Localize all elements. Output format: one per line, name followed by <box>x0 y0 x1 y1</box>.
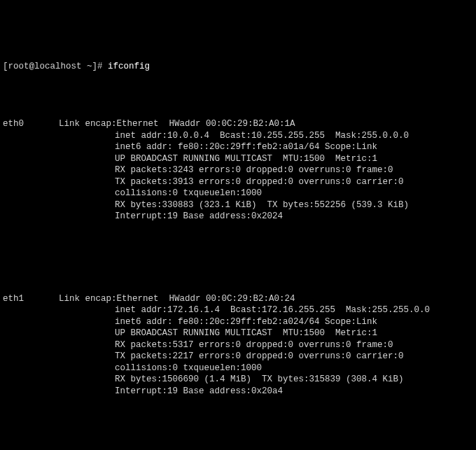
eth1-tx: TX packets:2217 errors:0 dropped:0 overr… <box>59 351 404 361</box>
eth1-rx: RX packets:5317 errors:0 dropped:0 overr… <box>59 340 393 350</box>
eth1-bytes: RX bytes:1506690 (1.4 MiB) TX bytes:3158… <box>59 374 404 384</box>
eth0-tx: TX packets:3913 errors:0 dropped:0 overr… <box>59 177 404 187</box>
eth1-flags: UP BROADCAST RUNNING MULTICAST MTU:1500 … <box>59 328 377 338</box>
iface-body: Link encap:Ethernet HWaddr 00:0C:29:B2:A… <box>59 293 430 398</box>
eth0-flags: UP BROADCAST RUNNING MULTICAST MTU:1500 … <box>59 154 377 164</box>
prompt-text: [root@localhost ~]# <box>3 62 108 71</box>
shell-prompt-line[interactable]: [root@localhost ~]# ifconfig <box>3 61 473 73</box>
iface-body: Link encap:Ethernet HWaddr 00:0C:29:B2:A… <box>59 118 409 223</box>
eth0-rx: RX packets:3243 errors:0 dropped:0 overr… <box>59 165 393 175</box>
eth1-link: Link encap:Ethernet HWaddr 00:0C:29:B2:A… <box>59 294 295 304</box>
command-ifconfig: ifconfig <box>108 62 150 71</box>
eth1-coll: collisions:0 txqueuelen:1000 <box>59 363 262 373</box>
iface-name-eth0: eth0 <box>3 118 59 130</box>
eth0-inet: inet addr:10.0.0.4 Bcast:10.255.255.255 … <box>59 131 409 141</box>
iface-eth0-block: eth0Link encap:Ethernet HWaddr 00:0C:29:… <box>3 107 473 223</box>
eth1-inet6: inet6 addr: fe80::20c:29ff:feb2:a024/64 … <box>59 317 377 327</box>
eth0-irq: Interrupt:19 Base address:0x2024 <box>59 211 283 221</box>
eth0-inet6: inet6 addr: fe80::20c:29ff:feb2:a01a/64 … <box>59 142 377 152</box>
iface-eth1-block: eth1Link encap:Ethernet HWaddr 00:0C:29:… <box>3 281 473 397</box>
eth0-bytes: RX bytes:330883 (323.1 KiB) TX bytes:552… <box>59 200 409 210</box>
eth0-link: Link encap:Ethernet HWaddr 00:0C:29:B2:A… <box>59 119 295 129</box>
eth1-irq: Interrupt:19 Base address:0x20a4 <box>59 386 283 396</box>
eth0-coll: collisions:0 txqueuelen:1000 <box>59 188 262 198</box>
eth1-inet: inet addr:172.16.1.4 Bcast:172.16.255.25… <box>59 305 430 315</box>
iface-name-eth1: eth1 <box>3 293 59 305</box>
